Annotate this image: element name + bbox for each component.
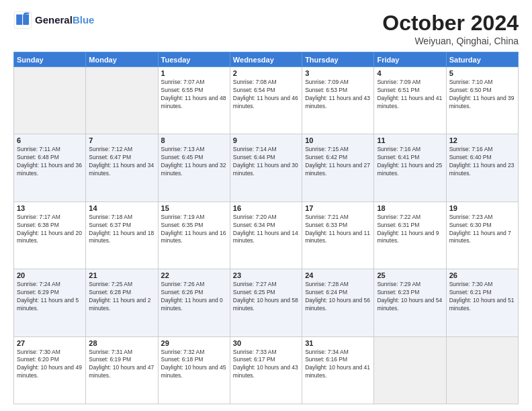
weekday-header-friday: Friday xyxy=(374,52,446,67)
calendar-cell: 30Sunrise: 7:33 AM Sunset: 6:17 PM Dayli… xyxy=(230,336,302,404)
day-info: Sunrise: 7:13 AM Sunset: 6:45 PM Dayligh… xyxy=(161,146,227,178)
day-info: Sunrise: 7:10 AM Sunset: 6:50 PM Dayligh… xyxy=(449,79,515,111)
day-info: Sunrise: 7:30 AM Sunset: 6:20 PM Dayligh… xyxy=(17,349,83,381)
calendar-cell: 25Sunrise: 7:29 AM Sunset: 6:23 PM Dayli… xyxy=(374,269,446,336)
weekday-header-sunday: Sunday xyxy=(14,52,86,67)
calendar-cell: 28Sunrise: 7:31 AM Sunset: 6:19 PM Dayli… xyxy=(86,336,158,404)
weekday-header-monday: Monday xyxy=(86,52,158,67)
calendar-week-row: 20Sunrise: 7:24 AM Sunset: 6:29 PM Dayli… xyxy=(14,269,519,336)
day-number: 20 xyxy=(17,271,83,279)
calendar-cell: 15Sunrise: 7:19 AM Sunset: 6:35 PM Dayli… xyxy=(158,201,230,269)
day-info: Sunrise: 7:19 AM Sunset: 6:35 PM Dayligh… xyxy=(161,214,227,246)
day-info: Sunrise: 7:17 AM Sunset: 6:38 PM Dayligh… xyxy=(17,214,83,246)
calendar-cell: 27Sunrise: 7:30 AM Sunset: 6:20 PM Dayli… xyxy=(14,336,86,404)
day-number: 16 xyxy=(233,204,299,212)
weekday-header-wednesday: Wednesday xyxy=(230,52,302,67)
day-number: 26 xyxy=(449,271,515,279)
calendar-cell: 24Sunrise: 7:28 AM Sunset: 6:24 PM Dayli… xyxy=(302,269,374,336)
calendar-cell: 22Sunrise: 7:26 AM Sunset: 6:26 PM Dayli… xyxy=(158,269,230,336)
day-info: Sunrise: 7:20 AM Sunset: 6:34 PM Dayligh… xyxy=(233,214,299,246)
day-info: Sunrise: 7:27 AM Sunset: 6:25 PM Dayligh… xyxy=(233,281,299,313)
day-number: 29 xyxy=(161,339,227,347)
day-number: 21 xyxy=(89,271,154,279)
calendar-cell: 3Sunrise: 7:09 AM Sunset: 6:53 PM Daylig… xyxy=(302,67,374,134)
day-number: 3 xyxy=(305,69,371,77)
day-info: Sunrise: 7:08 AM Sunset: 6:54 PM Dayligh… xyxy=(233,79,299,111)
day-number: 12 xyxy=(449,136,515,144)
day-info: Sunrise: 7:30 AM Sunset: 6:21 PM Dayligh… xyxy=(449,281,515,313)
calendar-cell: 6Sunrise: 7:11 AM Sunset: 6:48 PM Daylig… xyxy=(14,134,86,201)
calendar-cell xyxy=(446,336,518,404)
calendar-cell xyxy=(86,67,158,134)
day-number: 6 xyxy=(17,136,83,144)
header: GeneralBlue October 2024 Weiyuan, Qingha… xyxy=(13,11,519,46)
day-info: Sunrise: 7:12 AM Sunset: 6:47 PM Dayligh… xyxy=(89,146,154,178)
calendar-cell: 12Sunrise: 7:16 AM Sunset: 6:40 PM Dayli… xyxy=(446,134,518,201)
day-number: 14 xyxy=(89,204,154,212)
day-number: 25 xyxy=(377,271,443,279)
day-number: 27 xyxy=(17,339,83,347)
weekday-header-saturday: Saturday xyxy=(446,52,518,67)
day-number: 10 xyxy=(305,136,371,144)
day-info: Sunrise: 7:11 AM Sunset: 6:48 PM Dayligh… xyxy=(17,146,83,178)
calendar-week-row: 27Sunrise: 7:30 AM Sunset: 6:20 PM Dayli… xyxy=(14,336,519,404)
day-info: Sunrise: 7:31 AM Sunset: 6:19 PM Dayligh… xyxy=(89,349,154,381)
day-number: 19 xyxy=(449,204,515,212)
page: GeneralBlue October 2024 Weiyuan, Qingha… xyxy=(0,0,532,411)
day-info: Sunrise: 7:09 AM Sunset: 6:53 PM Dayligh… xyxy=(305,79,371,111)
calendar-cell: 16Sunrise: 7:20 AM Sunset: 6:34 PM Dayli… xyxy=(230,201,302,269)
svg-rect-1 xyxy=(16,15,22,25)
day-info: Sunrise: 7:21 AM Sunset: 6:33 PM Dayligh… xyxy=(305,214,371,246)
day-info: Sunrise: 7:34 AM Sunset: 6:16 PM Dayligh… xyxy=(305,349,371,381)
day-info: Sunrise: 7:24 AM Sunset: 6:29 PM Dayligh… xyxy=(17,281,83,313)
calendar-cell: 13Sunrise: 7:17 AM Sunset: 6:38 PM Dayli… xyxy=(14,201,86,269)
day-info: Sunrise: 7:14 AM Sunset: 6:44 PM Dayligh… xyxy=(233,146,299,178)
calendar-cell: 29Sunrise: 7:32 AM Sunset: 6:18 PM Dayli… xyxy=(158,336,230,404)
day-number: 9 xyxy=(233,136,299,144)
day-info: Sunrise: 7:09 AM Sunset: 6:51 PM Dayligh… xyxy=(377,79,443,111)
day-number: 23 xyxy=(233,271,299,279)
logo-icon xyxy=(13,11,32,30)
day-number: 22 xyxy=(161,271,227,279)
weekday-header-row: SundayMondayTuesdayWednesdayThursdayFrid… xyxy=(14,52,519,67)
day-info: Sunrise: 7:16 AM Sunset: 6:41 PM Dayligh… xyxy=(377,146,443,178)
day-info: Sunrise: 7:22 AM Sunset: 6:31 PM Dayligh… xyxy=(377,214,443,246)
calendar-cell: 4Sunrise: 7:09 AM Sunset: 6:51 PM Daylig… xyxy=(374,67,446,134)
day-number: 31 xyxy=(305,339,371,347)
location: Weiyuan, Qinghai, China xyxy=(382,36,519,46)
calendar-table: SundayMondayTuesdayWednesdayThursdayFrid… xyxy=(13,52,519,404)
calendar-cell: 2Sunrise: 7:08 AM Sunset: 6:54 PM Daylig… xyxy=(230,67,302,134)
calendar-cell: 8Sunrise: 7:13 AM Sunset: 6:45 PM Daylig… xyxy=(158,134,230,201)
calendar-cell xyxy=(374,336,446,404)
day-number: 24 xyxy=(305,271,371,279)
day-number: 17 xyxy=(305,204,371,212)
day-info: Sunrise: 7:32 AM Sunset: 6:18 PM Dayligh… xyxy=(161,349,227,381)
calendar-cell: 19Sunrise: 7:23 AM Sunset: 6:30 PM Dayli… xyxy=(446,201,518,269)
weekday-header-thursday: Thursday xyxy=(302,52,374,67)
day-number: 11 xyxy=(377,136,443,144)
calendar-cell: 23Sunrise: 7:27 AM Sunset: 6:25 PM Dayli… xyxy=(230,269,302,336)
calendar-cell: 21Sunrise: 7:25 AM Sunset: 6:28 PM Dayli… xyxy=(86,269,158,336)
day-info: Sunrise: 7:07 AM Sunset: 6:55 PM Dayligh… xyxy=(161,79,227,111)
calendar-cell: 18Sunrise: 7:22 AM Sunset: 6:31 PM Dayli… xyxy=(374,201,446,269)
day-number: 18 xyxy=(377,204,443,212)
day-info: Sunrise: 7:33 AM Sunset: 6:17 PM Dayligh… xyxy=(233,349,299,381)
day-info: Sunrise: 7:23 AM Sunset: 6:30 PM Dayligh… xyxy=(449,214,515,246)
calendar-cell: 1Sunrise: 7:07 AM Sunset: 6:55 PM Daylig… xyxy=(158,67,230,134)
day-info: Sunrise: 7:15 AM Sunset: 6:42 PM Dayligh… xyxy=(305,146,371,178)
day-info: Sunrise: 7:28 AM Sunset: 6:24 PM Dayligh… xyxy=(305,281,371,313)
day-number: 5 xyxy=(449,69,515,77)
day-info: Sunrise: 7:16 AM Sunset: 6:40 PM Dayligh… xyxy=(449,146,515,178)
day-number: 30 xyxy=(233,339,299,347)
day-number: 28 xyxy=(89,339,154,347)
day-number: 15 xyxy=(161,204,227,212)
calendar-week-row: 6Sunrise: 7:11 AM Sunset: 6:48 PM Daylig… xyxy=(14,134,519,201)
calendar-cell: 9Sunrise: 7:14 AM Sunset: 6:44 PM Daylig… xyxy=(230,134,302,201)
calendar-cell: 31Sunrise: 7:34 AM Sunset: 6:16 PM Dayli… xyxy=(302,336,374,404)
month-title: October 2024 xyxy=(382,11,519,36)
day-number: 7 xyxy=(89,136,154,144)
title-block: October 2024 Weiyuan, Qinghai, China xyxy=(382,11,519,46)
calendar-cell: 7Sunrise: 7:12 AM Sunset: 6:47 PM Daylig… xyxy=(86,134,158,201)
day-info: Sunrise: 7:29 AM Sunset: 6:23 PM Dayligh… xyxy=(377,281,443,313)
day-number: 13 xyxy=(17,204,83,212)
